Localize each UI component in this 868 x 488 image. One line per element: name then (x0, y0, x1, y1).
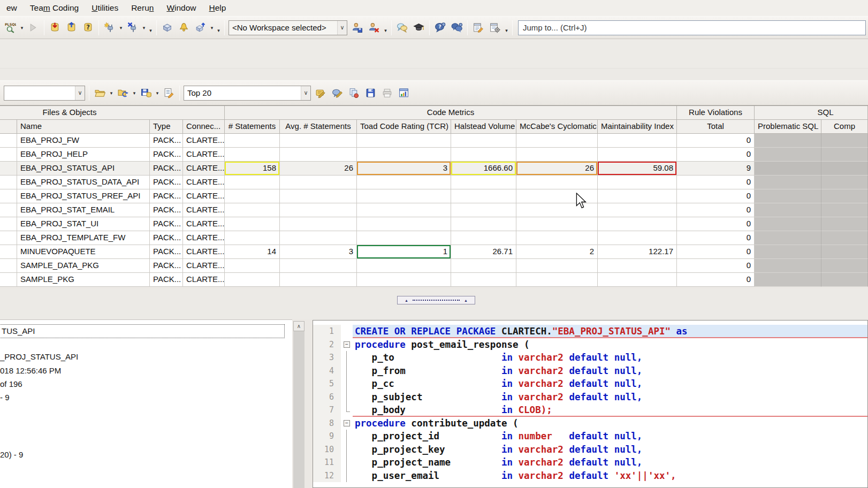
cell-row-selector[interactable] (0, 134, 17, 148)
cell-prob[interactable] (755, 134, 821, 148)
workspace-save-icon[interactable] (349, 20, 366, 36)
cell-mccabe[interactable] (516, 148, 598, 162)
rule-edit-yellow-icon[interactable] (313, 85, 329, 101)
dropdown-arrow-icon[interactable]: ▾ (19, 25, 25, 30)
file-select-combobox[interactable]: ∨ (4, 86, 85, 101)
cell-name[interactable]: EBA_PROJ_STAT_UI (17, 217, 150, 231)
cell-prob[interactable] (755, 176, 821, 189)
cell-prob[interactable] (755, 162, 821, 176)
cell-comp[interactable] (821, 189, 868, 203)
dropdown-arrow-icon[interactable]: ▾ (108, 90, 115, 96)
chevron-down-icon[interactable]: ∨ (75, 86, 85, 100)
cell-tcr[interactable] (357, 273, 451, 287)
table-row[interactable]: EBA_PROJ_STAT_UIPACK...CLARTE...0 (0, 217, 868, 231)
col-header-type[interactable]: Type (150, 120, 183, 134)
code-line-8[interactable]: 8−procedure contribute_update ( (313, 417, 867, 430)
code-line-7[interactable]: 7 p_body in CLOB); (313, 403, 867, 417)
cell-type[interactable]: PACK... (150, 134, 183, 148)
toolbar-overflow-icon[interactable]: ▾ (503, 22, 510, 33)
cell-halstead[interactable] (451, 176, 516, 189)
cell-stmts[interactable]: 158 (225, 162, 280, 176)
cell-comp[interactable] (821, 148, 868, 162)
cell-type[interactable]: PACK... (150, 148, 183, 162)
menu-window[interactable]: Window (161, 1, 203, 15)
copy-remove-icon[interactable] (346, 85, 362, 101)
cell-conn[interactable]: CLARTE... (183, 259, 225, 273)
cell-name[interactable]: EBA_PROJ_FW (17, 134, 150, 148)
col-header-conn[interactable]: Connec... (183, 120, 225, 134)
code-editor[interactable]: 1CREATE OR REPLACE PACKAGE CLARTECH."EBA… (313, 320, 868, 488)
cell-halstead[interactable] (451, 148, 516, 162)
training-cap-icon[interactable] (410, 20, 427, 36)
cell-maint[interactable] (598, 217, 677, 231)
menu-ew[interactable]: ew (1, 1, 25, 15)
vcs-checkin-icon[interactable] (47, 20, 63, 36)
cell-row-selector[interactable] (0, 203, 17, 217)
cell-maint[interactable] (598, 273, 677, 287)
update-box-icon[interactable] (192, 20, 209, 36)
cell-row-selector[interactable] (0, 148, 17, 162)
cell-type[interactable]: PACK... (150, 162, 183, 176)
run-disabled-icon[interactable] (25, 20, 42, 36)
open-box-icon[interactable] (159, 20, 176, 36)
table-row[interactable]: EBA_PROJ_HELPPACK...CLARTE...0 (0, 148, 868, 162)
cell-total[interactable]: 0 (677, 245, 755, 259)
cell-type[interactable]: PACK... (150, 245, 183, 259)
cell-maint[interactable] (598, 134, 677, 148)
cell-halstead[interactable] (451, 203, 516, 217)
workspace-delete-icon[interactable] (366, 20, 382, 36)
cell-conn[interactable]: CLARTE... (183, 189, 225, 203)
cell-comp[interactable] (821, 259, 868, 273)
cell-conn[interactable]: CLARTE... (183, 231, 225, 245)
cell-tcr[interactable]: 3 (357, 162, 451, 176)
cell-prob[interactable] (755, 189, 821, 203)
table-row[interactable]: EBA_PROJ_STAT_EMAILPACK...CLARTE...0 (0, 203, 868, 217)
cell-prob[interactable] (755, 203, 821, 217)
code-line-6[interactable]: 6 p_subject in varchar2 default null, (313, 391, 867, 404)
cell-comp[interactable] (821, 176, 868, 189)
cell-stmts[interactable] (225, 134, 280, 148)
code-line-4[interactable]: 4 p_from in varchar2 default null, (313, 364, 867, 378)
cell-type[interactable]: PACK... (150, 273, 183, 287)
cell-total[interactable]: 9 (677, 162, 755, 176)
cell-conn[interactable]: CLARTE... (183, 134, 225, 148)
cell-avg[interactable] (280, 259, 357, 273)
cell-stmts[interactable] (225, 231, 280, 245)
cell-stmts[interactable] (225, 189, 280, 203)
dropdown-arrow-icon[interactable]: ▾ (209, 25, 215, 30)
dropdown-arrow-icon[interactable]: ▾ (154, 90, 161, 96)
toolbar-overflow-icon[interactable]: ▾ (147, 22, 154, 33)
cell-stmts[interactable] (225, 148, 280, 162)
cell-avg[interactable]: 3 (280, 245, 357, 259)
table-row[interactable]: EBA_PROJ_STATUS_APIPACK...CLARTE...15826… (0, 162, 868, 176)
cell-name[interactable]: SAMPLE_PKG (17, 273, 150, 287)
cell-tcr[interactable] (357, 203, 451, 217)
cell-mccabe[interactable]: 26 (516, 162, 598, 176)
table-row[interactable]: SAMPLE_DATA_PKGPACK...CLARTE...0 (0, 259, 868, 273)
code-line-11[interactable]: 11 p_project_name in varchar2 default nu… (313, 456, 867, 469)
col-header-maint[interactable]: Maintainability Index (598, 120, 677, 134)
cell-maint[interactable] (598, 259, 677, 273)
cell-row-selector[interactable] (0, 231, 17, 245)
top-n-select-combobox[interactable]: Top 20∨ (184, 86, 311, 101)
cell-comp[interactable] (821, 273, 868, 287)
col-header-total[interactable]: Total (677, 120, 755, 134)
cell-prob[interactable] (755, 259, 821, 273)
code-line-1[interactable]: 1CREATE OR REPLACE PACKAGE CLARTECH."EBA… (313, 325, 867, 338)
cell-comp[interactable] (821, 162, 868, 176)
cell-row-selector[interactable] (0, 162, 17, 176)
cell-tcr[interactable] (357, 259, 451, 273)
cell-stmts[interactable]: 14 (225, 245, 280, 259)
cell-row-selector[interactable] (0, 217, 17, 231)
cell-avg[interactable] (280, 217, 357, 231)
cell-maint[interactable]: 59.08 (598, 162, 677, 176)
cell-halstead[interactable] (451, 273, 516, 287)
table-row[interactable]: EBA_PROJ_TEMPLATE_FWPACK...CLARTE...0 (0, 231, 868, 245)
cell-comp[interactable] (821, 231, 868, 245)
cell-mccabe[interactable] (516, 231, 598, 245)
cell-total[interactable]: 0 (677, 134, 755, 148)
rule-edit-blue-icon[interactable] (329, 85, 346, 101)
cell-maint[interactable] (598, 148, 677, 162)
code-line-5[interactable]: 5 p_cc in varchar2 default null, (313, 377, 867, 391)
cell-tcr[interactable] (357, 148, 451, 162)
